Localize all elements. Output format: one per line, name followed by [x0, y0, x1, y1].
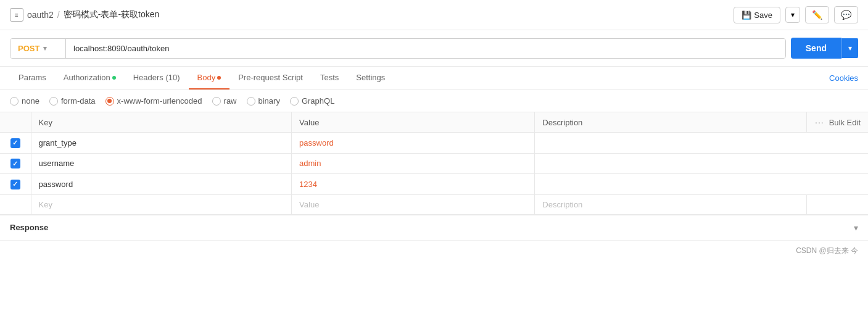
radio-raw[interactable]: raw — [212, 96, 237, 106]
col-header-description: Description — [535, 112, 806, 133]
edit-icon-button[interactable]: ✏️ — [805, 6, 829, 23]
main-content: Key Value Description ··· Bulk Edit gran… — [0, 112, 868, 215]
breadcrumb: ≡ oauth2 / 密码模式-表单-获取token — [10, 8, 159, 22]
radio-binary[interactable]: binary — [247, 96, 280, 106]
row3-action-cell — [806, 174, 868, 195]
radio-graphql-circle — [290, 97, 299, 106]
tab-params[interactable]: Params — [10, 67, 55, 89]
placeholder-key-cell[interactable]: Key — [31, 194, 292, 214]
breadcrumb-current: 密码模式-表单-获取token — [64, 9, 160, 20]
url-bar: POST ▾ Send ▾ — [0, 30, 868, 67]
method-chevron-icon: ▾ — [43, 44, 47, 52]
tabs-right: Cookies — [829, 73, 858, 83]
row2-checkbox-cell — [0, 153, 31, 174]
placeholder-desc-cell[interactable]: Description — [535, 194, 806, 214]
table-placeholder-row: Key Value Description — [0, 194, 868, 214]
api-icon: ≡ — [10, 8, 23, 22]
tabs-bar: Params Authorization Headers (10) Body P… — [0, 67, 868, 90]
authorization-dot — [112, 76, 116, 80]
col-header-checkbox — [0, 112, 31, 133]
tab-tests[interactable]: Tests — [312, 67, 347, 89]
placeholder-value-cell[interactable]: Value — [292, 194, 535, 214]
params-table: Key Value Description ··· Bulk Edit gran… — [0, 112, 868, 215]
bulk-edit-link[interactable]: Bulk Edit — [829, 118, 861, 127]
response-collapse-icon[interactable]: ▾ — [854, 223, 858, 233]
radio-form-data-circle — [49, 97, 58, 106]
row2-action-cell — [806, 153, 868, 174]
top-actions: 💾 Save ▾ ✏️ 💬 — [734, 6, 858, 23]
col-header-value: Value — [292, 112, 535, 133]
tab-pre-request[interactable]: Pre-request Script — [229, 67, 312, 89]
tab-authorization[interactable]: Authorization — [55, 67, 125, 89]
save-button[interactable]: 💾 Save — [734, 7, 780, 23]
response-bar: Response ▾ — [0, 215, 868, 240]
row2-key-cell[interactable]: username — [31, 153, 292, 174]
radio-form-data[interactable]: form-data — [49, 96, 96, 106]
breadcrumb-parent: oauth2 — [27, 10, 54, 20]
comment-icon-button[interactable]: 💬 — [834, 6, 858, 23]
send-dropdown-button[interactable]: ▾ — [841, 38, 858, 58]
row1-desc-cell[interactable] — [535, 133, 806, 154]
row2-checkbox[interactable] — [10, 159, 20, 168]
more-options-icon[interactable]: ··· — [815, 117, 824, 127]
cookies-link[interactable]: Cookies — [829, 67, 858, 89]
table-row: username admin — [0, 153, 868, 174]
tab-headers[interactable]: Headers (10) — [125, 67, 189, 89]
row3-desc-cell[interactable] — [535, 174, 806, 195]
body-dot — [217, 76, 221, 80]
top-bar: ≡ oauth2 / 密码模式-表单-获取token 💾 Save ▾ ✏️ 💬 — [0, 0, 868, 30]
send-button-group: Send ▾ — [791, 38, 858, 59]
col-header-action: ··· Bulk Edit — [806, 112, 868, 133]
bulk-edit-area: ··· Bulk Edit — [814, 117, 861, 127]
radio-binary-circle — [247, 97, 255, 106]
save-dropdown-button[interactable]: ▾ — [785, 7, 800, 23]
radio-none[interactable]: none — [10, 96, 39, 106]
footer: CSDN @归去来 今 — [0, 240, 868, 261]
url-input-wrapper: POST ▾ — [10, 38, 786, 59]
placeholder-checkbox-cell — [0, 194, 31, 214]
tab-settings[interactable]: Settings — [347, 67, 394, 89]
tab-body[interactable]: Body — [189, 67, 230, 89]
radio-urlencoded-circle — [105, 97, 114, 106]
method-label: POST — [18, 44, 39, 53]
radio-graphql[interactable]: GraphQL — [290, 96, 334, 106]
table-row: password 1234 — [0, 174, 868, 195]
col-header-key: Key — [31, 112, 292, 133]
method-select[interactable]: POST ▾ — [10, 39, 66, 58]
row1-action-cell — [806, 133, 868, 154]
radio-none-circle — [10, 97, 19, 106]
row1-checkbox[interactable] — [10, 138, 20, 148]
row2-desc-cell[interactable] — [535, 153, 806, 174]
table-header-row: Key Value Description ··· Bulk Edit — [0, 112, 868, 133]
row3-checkbox-cell — [0, 174, 31, 195]
url-input[interactable] — [66, 39, 785, 58]
row1-key-cell[interactable]: grant_type — [31, 133, 292, 154]
row1-value-cell[interactable]: password — [292, 133, 535, 154]
send-button[interactable]: Send — [791, 38, 841, 59]
row2-value-cell[interactable]: admin — [292, 153, 535, 174]
row3-checkbox[interactable] — [10, 180, 20, 189]
placeholder-action-cell — [806, 194, 868, 214]
breadcrumb-separator: / — [57, 10, 60, 20]
body-type-row: none form-data x-www-form-urlencoded raw… — [0, 90, 868, 112]
row3-key-cell[interactable]: password — [31, 174, 292, 195]
radio-x-www-form-urlencoded[interactable]: x-www-form-urlencoded — [105, 96, 202, 106]
footer-text: CSDN @归去来 今 — [796, 246, 858, 255]
response-label: Response — [10, 223, 48, 232]
table-row: grant_type password — [0, 133, 868, 154]
save-icon: 💾 — [742, 10, 751, 20]
radio-raw-circle — [212, 97, 221, 106]
row3-value-cell[interactable]: 1234 — [292, 174, 535, 195]
row1-checkbox-cell — [0, 133, 31, 154]
